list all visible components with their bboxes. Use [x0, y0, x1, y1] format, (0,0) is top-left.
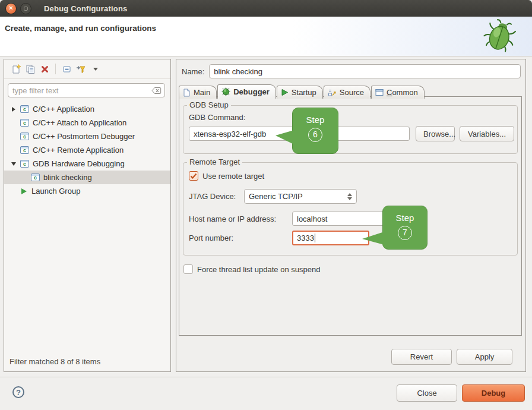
main-tab-icon — [183, 89, 191, 97]
revert-apply-row: Revert Apply — [391, 349, 512, 365]
expand-arrow-icon[interactable] — [10, 107, 18, 112]
callout-pointer-left — [276, 130, 294, 144]
help-button[interactable]: ? — [12, 386, 24, 398]
filter-status-text: Filter matched 8 of 8 items — [10, 357, 100, 366]
c-application-icon: c — [20, 133, 29, 140]
debug-configurations-dialog: { "window": { "title": "Debug Configurat… — [0, 0, 532, 410]
filter-row — [8, 83, 165, 97]
filter-icon — [75, 64, 86, 74]
tree-item-cpp-remote[interactable]: c C/C++ Remote Application — [4, 143, 170, 157]
step-number-badge: 7 — [398, 226, 412, 240]
force-thread-checkbox[interactable] — [183, 264, 193, 274]
filter-input[interactable] — [8, 83, 165, 97]
c-application-icon: c — [20, 160, 29, 168]
apply-button[interactable]: Apply — [457, 349, 512, 365]
window-close-button[interactable]: ✕ — [5, 3, 17, 14]
close-button[interactable]: Close — [397, 384, 457, 402]
jtag-device-row: JTAG Device: Generic TCP/IP — [189, 189, 517, 204]
port-row: Port number: 3333 — [189, 231, 517, 245]
host-label: Host name or IP address: — [189, 215, 292, 223]
sidebar-toolbar — [4, 59, 170, 79]
dialog-footer: ? Close Debug — [0, 377, 532, 410]
tab-main[interactable]: Main — [179, 86, 217, 99]
tree-item-cpp-attach[interactable]: c C/C++ Attach to Application — [4, 116, 170, 130]
tab-source[interactable]: Source — [324, 86, 370, 99]
filter-launch-configurations-button[interactable] — [74, 62, 88, 76]
gdb-command-row: Browse... Variables... — [189, 126, 517, 141]
step-6-callout: Step 6 — [292, 108, 338, 154]
browse-button[interactable]: Browse... — [416, 126, 455, 141]
launch-group-icon — [21, 188, 27, 194]
c-application-icon: c — [31, 174, 40, 181]
tree-item-gdb-hardware-debugging[interactable]: c GDB Hardware Debugging — [4, 157, 170, 171]
tab-startup[interactable]: Startup — [277, 86, 323, 99]
force-thread-row: Force thread list update on suspend — [183, 264, 521, 274]
page-title: Create, manage, and run configurations — [0, 17, 532, 33]
host-row: Host name or IP address: — [189, 212, 517, 226]
collapse-all-button[interactable] — [59, 62, 74, 76]
delete-configuration-button[interactable] — [37, 62, 52, 76]
jtag-device-label: JTAG Device: — [189, 192, 244, 201]
header-banner: Create, manage, and run configurations — [0, 17, 532, 56]
c-application-icon: c — [20, 119, 29, 127]
chevron-down-icon — [93, 68, 98, 71]
c-application-icon: c — [20, 146, 29, 154]
debugger-tab-icon — [221, 87, 230, 96]
text-caret — [315, 234, 315, 242]
debug-button[interactable]: Debug — [462, 384, 525, 402]
gdb-setup-group: GDB Setup GDB Command: Browse... Variabl… — [183, 105, 518, 154]
toolbar-menu-dropdown[interactable] — [88, 62, 102, 76]
jtag-device-select[interactable]: Generic TCP/IP — [244, 189, 357, 204]
checkmark-icon — [190, 173, 197, 179]
configuration-detail-panel: Name: Main Debugger Startup — [176, 59, 526, 372]
remote-target-title: Remote Target — [187, 157, 242, 166]
window-maximize-button[interactable] — [20, 3, 31, 14]
use-remote-target-row: Use remote target — [189, 171, 517, 181]
new-configuration-icon — [11, 64, 21, 74]
tab-common[interactable]: Common — [371, 86, 425, 99]
tree-item-launch-group[interactable]: Launch Group — [4, 184, 170, 198]
port-input[interactable]: 3333 — [292, 231, 369, 245]
use-remote-target-checkbox[interactable] — [189, 171, 198, 181]
clear-filter-icon[interactable] — [151, 87, 162, 94]
gdb-command-label: GDB Command: — [189, 113, 517, 122]
callout-pointer-left — [362, 232, 384, 245]
tab-debugger[interactable]: Debugger — [217, 84, 276, 99]
revert-button[interactable]: Revert — [391, 349, 452, 365]
port-label: Port number: — [189, 234, 292, 242]
combo-spinner-icon — [347, 193, 352, 200]
name-label: Name: — [182, 67, 204, 76]
c-application-icon: c — [20, 105, 29, 113]
collapse-arrow-icon[interactable] — [10, 162, 18, 166]
force-thread-label: Force thread list update on suspend — [197, 265, 320, 274]
configuration-tabs: Main Debugger Startup Sourc — [179, 84, 525, 99]
delete-icon — [40, 65, 49, 74]
duplicate-configuration-button[interactable] — [23, 62, 37, 76]
remote-target-group: Remote Target Use remote target JTAG Dev… — [183, 162, 518, 256]
tree-item-cpp-postmortem[interactable]: c C/C++ Postmortem Debugger — [4, 130, 170, 143]
tree-item-blink-checking[interactable]: c blink checking — [4, 171, 170, 184]
collapse-all-icon — [62, 64, 72, 74]
startup-tab-icon — [281, 89, 289, 96]
source-tab-icon — [328, 89, 337, 97]
step-7-callout: Step 7 — [382, 206, 428, 250]
host-input[interactable] — [292, 212, 393, 226]
name-row: Name: — [182, 64, 521, 78]
gdb-setup-title: GDB Setup — [187, 100, 231, 109]
duplicate-icon — [26, 64, 36, 74]
bug-logo-icon — [483, 18, 517, 54]
new-configuration-button[interactable] — [9, 62, 23, 76]
window-titlebar: ✕ Debug Configurations — [0, 0, 532, 17]
variables-button[interactable]: Variables... — [460, 126, 514, 141]
toolbar-separator — [55, 64, 56, 74]
name-input[interactable] — [209, 64, 521, 78]
use-remote-target-label: Use remote target — [202, 172, 264, 181]
tree-item-cpp-application[interactable]: c C/C++ Application — [4, 102, 170, 116]
step-number-badge: 6 — [308, 128, 322, 142]
configuration-tree: c C/C++ Application c C/C++ Attach to Ap… — [4, 102, 170, 198]
footer-buttons: Close Debug — [397, 384, 525, 402]
common-tab-icon — [375, 89, 384, 96]
configurations-sidebar: c C/C++ Application c C/C++ Attach to Ap… — [4, 59, 171, 372]
debugger-tab-content: GDB Setup GDB Command: Browse... Variabl… — [179, 96, 522, 336]
window-title: Debug Configurations — [44, 4, 128, 13]
